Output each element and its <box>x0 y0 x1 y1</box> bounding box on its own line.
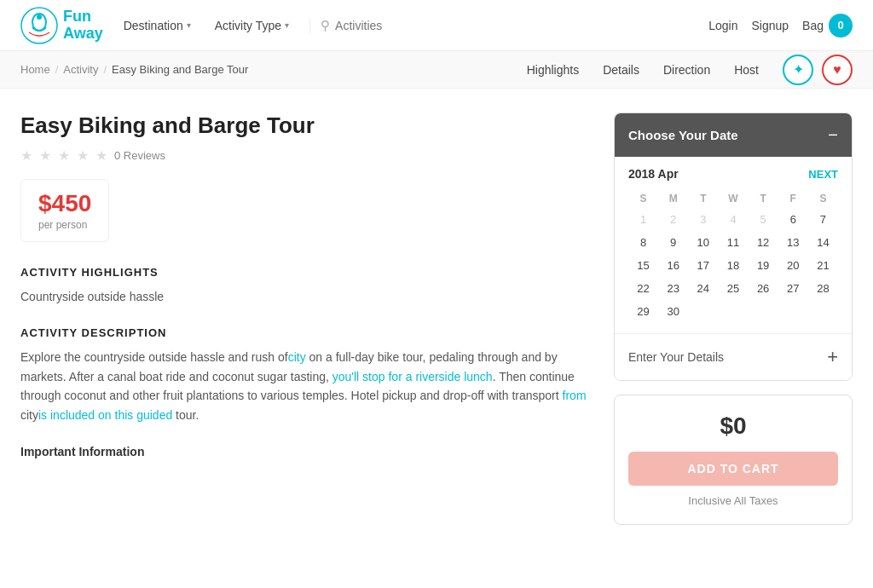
breadcrumb-home[interactable]: Home <box>20 63 50 76</box>
plus-icon: + <box>827 346 838 368</box>
subnav-icons: ✦ ♥ <box>783 55 853 85</box>
highlights-title: ACTIVITY HIGHLIGHTS <box>20 266 588 279</box>
star-5: ★ <box>95 147 107 164</box>
activity-title: Easy Biking and Barge Tour <box>20 112 588 139</box>
calendar-day[interactable]: 26 <box>749 277 778 300</box>
breadcrumb-activity[interactable]: Activity <box>63 63 98 76</box>
subnav-details[interactable]: Details <box>603 60 639 80</box>
calendar-day[interactable]: 14 <box>808 231 838 254</box>
calendar-day[interactable]: 16 <box>658 254 688 277</box>
calendar-day[interactable]: 13 <box>778 231 808 254</box>
activity-type-dropdown[interactable]: Activity Type ▾ <box>211 14 292 37</box>
calendar-day[interactable]: 18 <box>718 254 748 277</box>
calendar-day[interactable]: 30 <box>658 300 688 323</box>
calendar-next-button[interactable]: NEXT <box>808 168 838 181</box>
logo-text: Fun Away <box>63 9 103 43</box>
breadcrumb: Home / Activity / Easy Biking and Barge … <box>20 63 248 76</box>
chevron-down-icon: ▾ <box>285 20 289 30</box>
logo-icon <box>20 7 58 44</box>
calendar-widget: Choose Your Date − 2018 Apr NEXT SMTWTFS… <box>614 112 853 381</box>
calendar-month: 2018 Apr <box>628 167 679 181</box>
calendar-collapse-button[interactable]: − <box>828 125 838 145</box>
search-area: ⚲ <box>309 18 454 33</box>
enter-details-bar[interactable]: Enter Your Details + <box>615 333 852 380</box>
subnav-direction[interactable]: Direction <box>663 60 710 80</box>
calendar-day[interactable]: 22 <box>628 277 658 300</box>
share-icon: ✦ <box>793 61 804 78</box>
calendar-day: 4 <box>718 208 748 231</box>
calendar-day <box>749 300 778 323</box>
calendar-title: Choose Your Date <box>628 128 738 142</box>
favorite-button[interactable]: ♥ <box>822 55 853 85</box>
reviews-count: 0 Reviews <box>114 149 165 162</box>
svg-point-2 <box>37 14 42 20</box>
calendar-day[interactable]: 15 <box>628 254 658 277</box>
add-to-cart-button[interactable]: ADD TO CART <box>628 452 838 486</box>
signup-link[interactable]: Signup <box>751 19 789 32</box>
calendar-day[interactable]: 11 <box>718 231 748 254</box>
login-link[interactable]: Login <box>708 19 737 32</box>
calendar-day[interactable]: 17 <box>688 254 718 277</box>
subnav-highlights[interactable]: Highlights <box>527 60 579 80</box>
bag-button[interactable]: Bag 0 <box>802 14 853 37</box>
calendar-day[interactable]: 24 <box>688 277 718 300</box>
calendar-day[interactable]: 29 <box>628 300 658 323</box>
calendar-day[interactable]: 7 <box>808 208 838 231</box>
price-label: per person <box>38 219 91 231</box>
star-4: ★ <box>77 147 89 164</box>
stars-row: ★ ★ ★ ★ ★ 0 Reviews <box>20 147 588 164</box>
calendar-body: 2018 Apr NEXT SMTWTFS 123456789101112131… <box>615 157 852 333</box>
calendar-day <box>688 300 718 323</box>
calendar-day: 3 <box>688 208 718 231</box>
calendar-day[interactable]: 19 <box>749 254 778 277</box>
highlights-content: Countryside outside hassle <box>20 287 588 306</box>
breadcrumb-current: Easy Biking and Barge Tour <box>112 63 248 76</box>
calendar-day[interactable]: 12 <box>749 231 778 254</box>
description-title: ACTIVITY DESCRIPTION <box>20 326 588 339</box>
search-icon: ⚲ <box>321 18 330 33</box>
description-content: Explore the countryside outside hassle a… <box>20 348 588 424</box>
calendar-grid: SMTWTFS 12345678910111213141516171819202… <box>628 189 838 323</box>
calendar-day: 5 <box>749 208 778 231</box>
star-1: ★ <box>20 147 32 164</box>
calendar-day[interactable]: 21 <box>808 254 838 277</box>
calendar-day: 2 <box>658 208 688 231</box>
calendar-day <box>778 300 808 323</box>
logo[interactable]: Fun Away <box>20 7 103 44</box>
calendar-day[interactable]: 20 <box>778 254 808 277</box>
enter-details-label: Enter Your Details <box>628 350 724 364</box>
calendar-day[interactable]: 28 <box>808 277 838 300</box>
calendar-day <box>718 300 748 323</box>
star-3: ★ <box>58 147 70 164</box>
calendar-day: 1 <box>628 208 658 231</box>
calendar-day[interactable]: 27 <box>778 277 808 300</box>
calendar-day <box>808 300 838 323</box>
booking-price: $0 <box>628 412 838 440</box>
calendar-day[interactable]: 6 <box>778 208 808 231</box>
subnav-host[interactable]: Host <box>734 60 759 80</box>
search-input[interactable] <box>335 19 454 32</box>
calendar-day[interactable]: 8 <box>628 231 658 254</box>
heart-icon: ♥ <box>833 62 841 78</box>
calendar-day[interactable]: 25 <box>718 277 748 300</box>
calendar-day[interactable]: 9 <box>658 231 688 254</box>
calendar-day[interactable]: 10 <box>688 231 718 254</box>
share-button[interactable]: ✦ <box>783 55 813 85</box>
booking-box: $0 ADD TO CART Inclusive All Taxes <box>614 395 853 525</box>
calendar-header: Choose Your Date − <box>615 113 852 157</box>
price-amount: $450 <box>38 190 91 217</box>
inclusive-text: Inclusive All Taxes <box>628 494 838 507</box>
calendar-day[interactable]: 23 <box>658 277 688 300</box>
star-2: ★ <box>39 147 51 164</box>
chevron-down-icon: ▾ <box>187 20 191 30</box>
bag-count: 0 <box>829 14 853 37</box>
important-info: Important Information <box>20 445 588 458</box>
price-box: $450 per person <box>20 179 109 242</box>
destination-dropdown[interactable]: Destination ▾ <box>120 14 194 37</box>
subnav-links: Highlights Details Direction Host ✦ ♥ <box>527 55 853 85</box>
